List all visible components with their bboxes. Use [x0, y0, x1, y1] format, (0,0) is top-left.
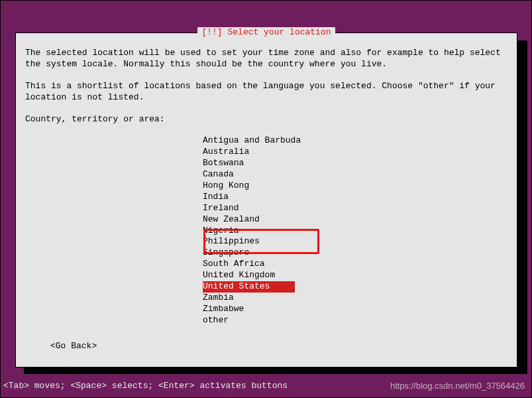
prompt-label: Country, territory or area: [25, 114, 507, 125]
list-item[interactable]: Antigua and Barbuda [203, 135, 507, 147]
watermark: https://blog.csdn.net/m0_37564426 [390, 381, 525, 392]
list-item[interactable]: Philippines [203, 236, 507, 247]
list-item[interactable]: Singapore [203, 247, 507, 259]
list-item[interactable]: Canada [203, 169, 507, 180]
status-bar: <Tab> moves; <Space> selects; <Enter> ac… [3, 381, 288, 392]
list-item[interactable]: Zambia [203, 293, 507, 304]
list-item[interactable]: Botswana [203, 158, 507, 169]
list-item[interactable]: Nigeria [203, 226, 507, 237]
list-item[interactable]: Zimbabwe [203, 304, 507, 315]
list-item[interactable]: United States [203, 281, 507, 293]
list-item[interactable]: India [203, 192, 507, 203]
description-2: This is a shortlist of locations based o… [25, 81, 507, 103]
list-item[interactable]: United Kingdom [203, 270, 507, 281]
go-back-button[interactable]: <Go Back> [50, 341, 507, 352]
list-item[interactable]: Hong Kong [203, 180, 507, 192]
location-list[interactable]: Antigua and BarbudaAustraliaBotswanaCana… [203, 135, 507, 326]
list-item[interactable]: Ireland [203, 203, 507, 214]
location-dialog: [!!] Select your location The selected l… [15, 33, 517, 367]
list-item[interactable]: other [203, 315, 507, 326]
list-item[interactable]: South Africa [203, 259, 507, 270]
dialog-title: [!!] Select your location [197, 27, 335, 38]
list-item[interactable]: New Zealand [203, 214, 507, 226]
description-1: The selected location will be used to se… [25, 48, 507, 70]
list-item[interactable]: Australia [203, 147, 507, 158]
